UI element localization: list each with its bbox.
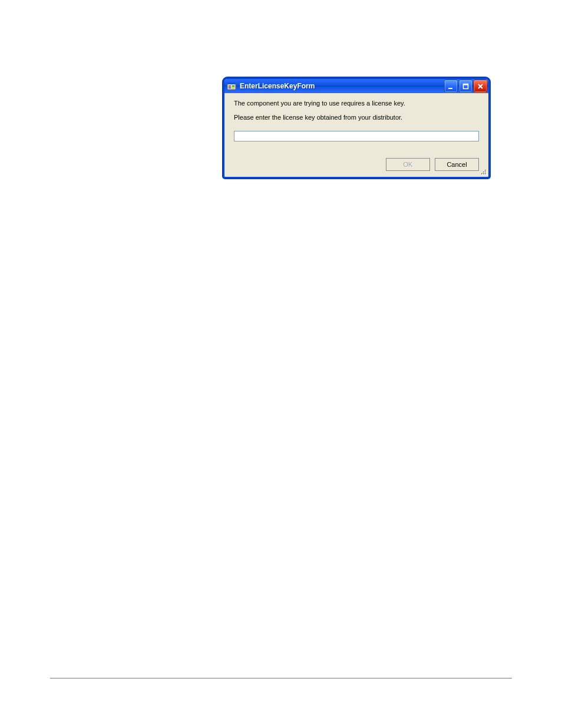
minimize-button[interactable] (444, 80, 458, 93)
app-icon (227, 81, 236, 91)
message-line-2: Please enter the license key obtained fr… (234, 113, 479, 121)
footer-divider (50, 678, 512, 678)
svg-rect-11 (485, 173, 486, 174)
svg-rect-3 (232, 85, 234, 87)
ok-button[interactable]: OK (386, 158, 430, 171)
cancel-button[interactable]: Cancel (435, 158, 479, 171)
maximize-icon (462, 83, 469, 90)
dialog-title: EnterLicenseKeyForm (240, 82, 441, 90)
page-root: EnterLicenseKeyForm (0, 0, 562, 728)
svg-rect-8 (464, 84, 468, 85)
svg-rect-21 (484, 172, 485, 173)
svg-rect-22 (485, 170, 487, 172)
svg-rect-18 (484, 174, 485, 175)
titlebar[interactable]: EnterLicenseKeyForm (224, 79, 488, 93)
license-key-input[interactable] (234, 131, 479, 141)
svg-rect-17 (485, 174, 487, 175)
license-dialog: EnterLicenseKeyForm (223, 77, 490, 179)
maximize-button[interactable] (459, 80, 472, 93)
svg-rect-15 (483, 172, 484, 173)
svg-rect-6 (448, 88, 452, 89)
svg-rect-13 (485, 172, 486, 173)
svg-rect-12 (483, 173, 484, 174)
button-row: OK Cancel (386, 158, 479, 171)
resize-grip-icon (479, 167, 487, 176)
message-line-1: The component you are trying to use requ… (234, 99, 479, 107)
svg-rect-1 (227, 83, 236, 84)
svg-rect-19 (485, 172, 487, 173)
close-button[interactable] (474, 80, 487, 93)
svg-rect-14 (481, 173, 482, 174)
close-icon (477, 83, 484, 90)
window-controls (444, 80, 487, 93)
svg-rect-16 (485, 170, 486, 171)
svg-rect-5 (232, 87, 234, 88)
svg-rect-2 (229, 85, 231, 87)
minimize-icon (448, 83, 454, 90)
svg-rect-20 (482, 174, 483, 175)
svg-rect-4 (229, 87, 231, 88)
dialog-client-area: The component you are trying to use requ… (224, 93, 488, 177)
